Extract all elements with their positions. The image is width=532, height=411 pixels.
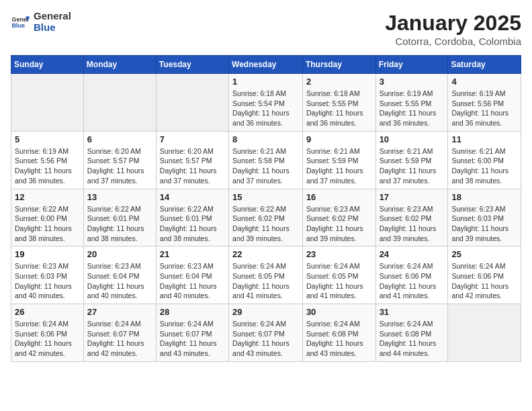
calendar-cell: 31Sunrise: 6:24 AM Sunset: 6:08 PM Dayli… <box>375 304 448 362</box>
calendar-week-row: 1Sunrise: 6:18 AM Sunset: 5:54 PM Daylig… <box>11 74 521 132</box>
day-number: 22 <box>232 249 299 259</box>
day-info: Sunrise: 6:19 AM Sunset: 5:56 PM Dayligh… <box>15 146 80 186</box>
day-number: 25 <box>451 249 517 259</box>
calendar-cell: 2Sunrise: 6:18 AM Sunset: 5:55 PM Daylig… <box>302 74 375 132</box>
weekday-header: Thursday <box>302 56 375 74</box>
day-number: 23 <box>306 249 372 259</box>
calendar-title: January 2025 <box>385 11 521 36</box>
day-number: 26 <box>15 307 80 317</box>
day-number: 1 <box>232 77 299 87</box>
calendar-cell: 5Sunrise: 6:19 AM Sunset: 5:56 PM Daylig… <box>11 131 84 189</box>
day-info: Sunrise: 6:20 AM Sunset: 5:57 PM Dayligh… <box>160 146 225 186</box>
title-block: January 2025 Cotorra, Cordoba, Colombia <box>385 11 521 47</box>
day-number: 14 <box>160 192 225 202</box>
day-number: 21 <box>160 249 225 259</box>
day-number: 16 <box>306 192 372 202</box>
calendar-cell: 13Sunrise: 6:22 AM Sunset: 6:01 PM Dayli… <box>83 189 156 246</box>
logo-blue-text: Blue <box>34 22 71 34</box>
day-info: Sunrise: 6:20 AM Sunset: 5:57 PM Dayligh… <box>87 146 152 186</box>
calendar-cell: 9Sunrise: 6:21 AM Sunset: 5:59 PM Daylig… <box>302 131 375 189</box>
calendar-cell: 8Sunrise: 6:21 AM Sunset: 5:58 PM Daylig… <box>229 131 303 189</box>
day-number: 10 <box>380 134 445 144</box>
calendar-cell: 19Sunrise: 6:23 AM Sunset: 6:03 PM Dayli… <box>11 246 84 304</box>
day-info: Sunrise: 6:18 AM Sunset: 5:54 PM Dayligh… <box>232 89 299 128</box>
calendar-cell: 27Sunrise: 6:24 AM Sunset: 6:07 PM Dayli… <box>83 304 156 362</box>
calendar-cell: 29Sunrise: 6:24 AM Sunset: 6:07 PM Dayli… <box>229 304 303 362</box>
calendar-cell: 18Sunrise: 6:23 AM Sunset: 6:03 PM Dayli… <box>448 189 521 246</box>
day-number: 13 <box>87 192 152 202</box>
weekday-header: Monday <box>83 56 156 74</box>
calendar-week-row: 26Sunrise: 6:24 AM Sunset: 6:06 PM Dayli… <box>11 304 521 362</box>
calendar-week-row: 5Sunrise: 6:19 AM Sunset: 5:56 PM Daylig… <box>11 131 521 189</box>
day-info: Sunrise: 6:24 AM Sunset: 6:05 PM Dayligh… <box>232 261 299 301</box>
weekday-header-row: SundayMondayTuesdayWednesdayThursdayFrid… <box>11 56 521 74</box>
calendar-cell: 17Sunrise: 6:23 AM Sunset: 6:02 PM Dayli… <box>375 189 448 246</box>
day-number: 8 <box>232 134 299 144</box>
calendar-cell: 28Sunrise: 6:24 AM Sunset: 6:07 PM Dayli… <box>156 304 228 362</box>
page-header: General Blue General Blue January 2025 C… <box>11 11 521 47</box>
day-info: Sunrise: 6:22 AM Sunset: 6:01 PM Dayligh… <box>160 204 225 244</box>
calendar-cell: 11Sunrise: 6:21 AM Sunset: 6:00 PM Dayli… <box>448 131 521 189</box>
day-number: 17 <box>380 192 445 202</box>
day-info: Sunrise: 6:24 AM Sunset: 6:07 PM Dayligh… <box>232 319 299 359</box>
day-info: Sunrise: 6:22 AM Sunset: 6:02 PM Dayligh… <box>232 204 299 244</box>
day-info: Sunrise: 6:22 AM Sunset: 6:01 PM Dayligh… <box>87 204 152 244</box>
logo-general-text: General <box>34 11 71 22</box>
day-info: Sunrise: 6:23 AM Sunset: 6:03 PM Dayligh… <box>451 204 517 244</box>
calendar-cell: 3Sunrise: 6:19 AM Sunset: 5:55 PM Daylig… <box>375 74 448 132</box>
calendar-cell <box>448 304 521 362</box>
day-info: Sunrise: 6:24 AM Sunset: 6:06 PM Dayligh… <box>380 261 445 301</box>
day-number: 6 <box>87 134 152 144</box>
day-info: Sunrise: 6:21 AM Sunset: 5:59 PM Dayligh… <box>380 146 445 186</box>
calendar-cell <box>83 74 156 132</box>
logo-icon: General Blue <box>11 13 30 32</box>
calendar-cell <box>11 74 84 132</box>
calendar-week-row: 12Sunrise: 6:22 AM Sunset: 6:00 PM Dayli… <box>11 189 521 246</box>
day-info: Sunrise: 6:23 AM Sunset: 6:03 PM Dayligh… <box>15 261 80 301</box>
day-number: 18 <box>451 192 517 202</box>
day-info: Sunrise: 6:23 AM Sunset: 6:04 PM Dayligh… <box>160 261 225 301</box>
day-number: 4 <box>451 77 517 87</box>
calendar-cell: 15Sunrise: 6:22 AM Sunset: 6:02 PM Dayli… <box>229 189 303 246</box>
day-info: Sunrise: 6:23 AM Sunset: 6:02 PM Dayligh… <box>306 204 372 244</box>
calendar-cell: 6Sunrise: 6:20 AM Sunset: 5:57 PM Daylig… <box>83 131 156 189</box>
logo: General Blue General Blue <box>11 11 71 33</box>
weekday-header: Tuesday <box>156 56 228 74</box>
day-info: Sunrise: 6:21 AM Sunset: 5:59 PM Dayligh… <box>306 146 372 186</box>
day-info: Sunrise: 6:24 AM Sunset: 6:07 PM Dayligh… <box>160 319 225 359</box>
weekday-header: Wednesday <box>229 56 303 74</box>
day-number: 11 <box>451 134 517 144</box>
weekday-header: Friday <box>375 56 448 74</box>
calendar-cell: 23Sunrise: 6:24 AM Sunset: 6:05 PM Dayli… <box>302 246 375 304</box>
calendar-cell: 1Sunrise: 6:18 AM Sunset: 5:54 PM Daylig… <box>229 74 303 132</box>
day-number: 20 <box>87 249 152 259</box>
weekday-header: Sunday <box>11 56 84 74</box>
calendar-cell: 26Sunrise: 6:24 AM Sunset: 6:06 PM Dayli… <box>11 304 84 362</box>
day-info: Sunrise: 6:22 AM Sunset: 6:00 PM Dayligh… <box>15 204 80 244</box>
day-number: 31 <box>380 307 445 317</box>
day-number: 2 <box>306 77 372 87</box>
day-number: 15 <box>232 192 299 202</box>
day-info: Sunrise: 6:24 AM Sunset: 6:05 PM Dayligh… <box>306 261 372 301</box>
calendar-cell: 7Sunrise: 6:20 AM Sunset: 5:57 PM Daylig… <box>156 131 228 189</box>
calendar-cell: 12Sunrise: 6:22 AM Sunset: 6:00 PM Dayli… <box>11 189 84 246</box>
calendar-cell: 4Sunrise: 6:19 AM Sunset: 5:56 PM Daylig… <box>448 74 521 132</box>
day-number: 7 <box>160 134 225 144</box>
day-number: 24 <box>380 249 445 259</box>
day-info: Sunrise: 6:24 AM Sunset: 6:08 PM Dayligh… <box>380 319 445 359</box>
day-number: 19 <box>15 249 80 259</box>
day-info: Sunrise: 6:21 AM Sunset: 6:00 PM Dayligh… <box>451 146 517 186</box>
calendar-cell: 30Sunrise: 6:24 AM Sunset: 6:08 PM Dayli… <box>302 304 375 362</box>
day-info: Sunrise: 6:24 AM Sunset: 6:06 PM Dayligh… <box>15 319 80 359</box>
day-number: 9 <box>306 134 372 144</box>
day-info: Sunrise: 6:19 AM Sunset: 5:56 PM Dayligh… <box>451 89 517 128</box>
calendar-cell: 21Sunrise: 6:23 AM Sunset: 6:04 PM Dayli… <box>156 246 228 304</box>
day-info: Sunrise: 6:24 AM Sunset: 6:07 PM Dayligh… <box>87 319 152 359</box>
day-info: Sunrise: 6:19 AM Sunset: 5:55 PM Dayligh… <box>380 89 445 128</box>
day-info: Sunrise: 6:23 AM Sunset: 6:02 PM Dayligh… <box>380 204 445 244</box>
calendar-cell: 22Sunrise: 6:24 AM Sunset: 6:05 PM Dayli… <box>229 246 303 304</box>
day-info: Sunrise: 6:18 AM Sunset: 5:55 PM Dayligh… <box>306 89 372 128</box>
calendar-week-row: 19Sunrise: 6:23 AM Sunset: 6:03 PM Dayli… <box>11 246 521 304</box>
calendar-cell: 24Sunrise: 6:24 AM Sunset: 6:06 PM Dayli… <box>375 246 448 304</box>
svg-text:Blue: Blue <box>11 22 25 29</box>
